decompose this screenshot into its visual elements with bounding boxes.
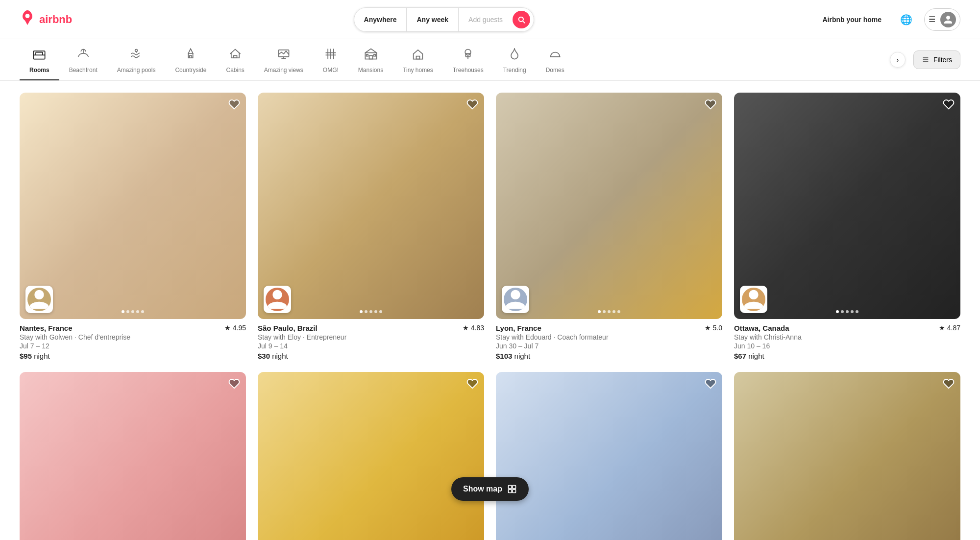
favorite-button[interactable] [228,378,240,393]
listing-image [734,93,960,319]
show-map-button[interactable]: Show map [451,477,529,501]
header: airbnb Anywhere Any week Add guests Airb… [0,0,980,39]
avatar [940,12,956,27]
category-item-domes[interactable]: Domes [536,39,574,80]
category-icon-treehouses [461,47,475,64]
category-icon-domes [548,47,562,64]
listing-price: $103 night [496,352,722,360]
search-location[interactable]: Anywhere [354,8,407,31]
category-label-rooms: Rooms [29,67,49,74]
category-label-tiny-homes: Tiny homes [403,67,433,74]
listing-card-bottom2[interactable] [258,372,484,540]
listing-card-sao-paulo[interactable]: São Paulo, Brazil ★ 4.83 Stay with Eloy … [258,93,484,360]
favorite-button[interactable] [943,98,955,113]
listing-card-bottom4[interactable] [734,372,960,540]
category-item-trending[interactable]: Trending [493,39,536,80]
image-dots [598,310,620,313]
svg-point-0 [519,17,523,21]
svg-rect-22 [509,486,512,489]
category-item-beachfront[interactable]: Beachfront [59,39,107,80]
listing-price: $95 night [20,352,246,360]
image-dots [360,310,382,313]
search-button[interactable] [513,11,530,28]
listing-card-nantes[interactable]: Nantes, France ★ 4.95 Stay with Golwen ·… [20,93,246,360]
listing-info: São Paulo, Brazil ★ 4.83 Stay with Eloy … [258,324,484,360]
image-dots [122,310,144,313]
listing-image [734,372,960,540]
svg-rect-23 [513,486,516,489]
favorite-button[interactable] [705,98,716,113]
rating-value: 4.95 [233,324,246,332]
category-item-mansions[interactable]: Mansions [348,39,393,80]
image-dot [365,310,368,313]
category-nav-next[interactable]: › [890,52,906,68]
listing-card-bottom1[interactable] [20,372,246,540]
listing-card-ottawa[interactable]: Ottawa, Canada ★ 4.87 Stay with Christi-… [734,93,960,360]
image-dots [836,310,858,313]
svg-point-4 [135,49,138,52]
category-item-tiny-homes[interactable]: Tiny homes [393,39,443,80]
category-icon-trending [508,47,521,64]
rating-value: 4.87 [947,324,960,332]
host-avatar [742,288,765,311]
rating-value: 4.83 [471,324,484,332]
category-item-rooms[interactable]: Rooms [20,39,59,80]
listing-subtitle: Stay with Golwen · Chef d'entreprise [20,333,246,341]
listing-info: Ottawa, Canada ★ 4.87 Stay with Christi-… [734,324,960,360]
favorite-button[interactable] [228,98,240,113]
logo-text: airbnb [39,13,72,26]
listing-rating: ★ 5.0 [705,324,722,332]
listing-card-lyon[interactable]: Lyon, France ★ 5.0 Stay with Edouard · C… [496,93,722,360]
category-icon-cabins [228,47,242,64]
image-dot [598,310,601,313]
listing-dates: Jun 30 – Jul 7 [496,342,722,350]
user-menu-button[interactable]: ☰ [924,8,960,31]
language-button[interactable]: 🌐 [896,10,916,29]
host-link[interactable]: Airbnb your home [815,11,888,28]
listing-image [258,372,484,540]
show-map-label: Show map [463,485,502,493]
category-nav: Rooms Beachfront Amazing pools Countrysi… [0,39,980,81]
listing-price: $30 night [258,352,484,360]
category-item-cabins[interactable]: Cabins [216,39,254,80]
listing-info: Nantes, France ★ 4.95 Stay with Golwen ·… [20,324,246,360]
filters-button[interactable]: Filters [913,50,960,69]
image-dot [836,310,839,313]
listing-card-bottom3[interactable] [496,372,722,540]
header-right: Airbnb your home 🌐 ☰ [815,8,960,31]
listing-subtitle: Stay with Edouard · Coach formateur [496,333,722,341]
favorite-button[interactable] [705,378,716,393]
category-items: Rooms Beachfront Amazing pools Countrysi… [20,39,886,80]
favorite-button[interactable] [466,378,478,393]
star-icon: ★ [224,324,231,332]
category-item-amazing-pools[interactable]: Amazing pools [107,39,166,80]
listings-grid: Nantes, France ★ 4.95 Stay with Golwen ·… [20,93,960,540]
image-dot [141,310,144,313]
svg-rect-12 [366,54,368,56]
listing-subtitle: Stay with Christi-Anna [734,333,960,341]
show-map-container: Show map [451,477,529,501]
category-item-treehouses[interactable]: Treehouses [443,39,493,80]
favorite-button[interactable] [943,378,955,393]
image-dot [360,310,363,313]
logo[interactable]: airbnb [20,10,72,29]
svg-rect-11 [369,56,372,59]
category-label-domes: Domes [546,67,564,74]
category-item-countryside[interactable]: Countryside [165,39,216,80]
airbnb-logo-icon [20,10,35,29]
category-icon-amazing-views [277,47,291,64]
category-label-cabins: Cabins [226,67,244,74]
search-guests[interactable]: Add guests [459,8,513,31]
listing-location: Nantes, France [20,324,73,332]
listing-info: Lyon, France ★ 5.0 Stay with Edouard · C… [496,324,722,360]
category-label-trending: Trending [503,67,526,74]
host-avatar-wrap [740,286,767,313]
search-week[interactable]: Any week [407,8,459,31]
host-avatar [266,288,289,311]
favorite-button[interactable] [466,98,478,113]
category-item-amazing-views[interactable]: Amazing views [254,39,313,80]
image-dot [131,310,134,313]
category-item-omg[interactable]: OMG! [313,39,348,80]
listing-location: Ottawa, Canada [734,324,789,332]
listing-image [20,93,246,319]
